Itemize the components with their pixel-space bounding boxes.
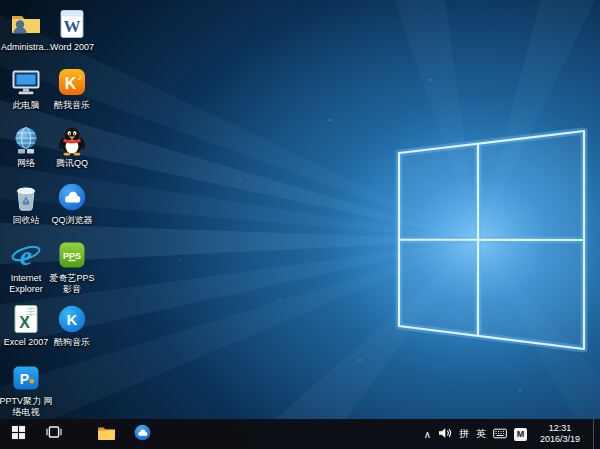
ime-mode-badge[interactable]: M: [514, 419, 527, 449]
word-document-icon: W: [56, 8, 88, 40]
qq-browser-icon: [133, 423, 152, 446]
volume-button[interactable]: [438, 419, 452, 449]
ime-pinyin-indicator[interactable]: 拼: [459, 419, 469, 449]
keyboard-icon: [493, 425, 507, 443]
file-explorer-button[interactable]: [88, 419, 124, 449]
svg-text:♪: ♪: [78, 72, 83, 82]
start-button[interactable]: [0, 419, 36, 449]
desktop-icon-label: Word 2007: [45, 42, 99, 53]
ime-language-indicator[interactable]: 英: [476, 419, 486, 449]
folder-icon: [97, 424, 116, 445]
qq-penguin-icon: [56, 124, 88, 156]
internet-explorer-icon: e: [10, 239, 42, 271]
desktop-icon-label: PPTV聚力 网络电视: [0, 396, 53, 417]
desktop-icon-kugou-music[interactable]: K 酷狗音乐: [45, 303, 99, 348]
kugou-music-icon: K: [56, 303, 88, 335]
network-globe-icon: [10, 124, 42, 156]
svg-text:X: X: [19, 314, 30, 331]
clock-date: 2016/3/19: [540, 434, 580, 445]
svg-text:e: e: [20, 241, 32, 271]
desktop-icon-pptv[interactable]: P PPTV聚力 网络电视: [0, 362, 53, 417]
qq-browser-icon: [56, 181, 88, 213]
system-tray: ∧ 拼 英: [424, 419, 600, 449]
task-view-button[interactable]: [36, 419, 72, 449]
desktop-icon-label: 酷我音乐: [45, 100, 99, 111]
touch-keyboard-button[interactable]: [493, 419, 507, 449]
svg-text:PPS: PPS: [63, 251, 81, 261]
desktop-icon-word-2007[interactable]: W Word 2007: [45, 8, 99, 53]
taskbar-buttons: [0, 419, 160, 449]
svg-text:K: K: [65, 75, 77, 92]
show-desktop-button[interactable]: [593, 419, 598, 449]
taskbar: ∧ 拼 英: [0, 419, 600, 449]
recycle-bin-icon: [10, 181, 42, 213]
desktop-icon-label: 腾讯QQ: [45, 158, 99, 169]
chevron-up-icon: ∧: [424, 429, 431, 440]
svg-text:W: W: [64, 17, 81, 36]
taskbar-gap: [72, 419, 88, 449]
taskbar-clock[interactable]: 12:31 2016/3/19: [534, 423, 586, 445]
pps-icon: PPS: [56, 239, 88, 271]
desktop: Administra... W Word 2007: [0, 0, 600, 419]
excel-document-icon: X: [10, 303, 42, 335]
desktop-icon-qq-browser[interactable]: QQ浏览器: [45, 181, 99, 226]
desktop-icon-label: 酷狗音乐: [45, 337, 99, 348]
show-hidden-icons-chevron[interactable]: ∧: [424, 419, 431, 449]
this-pc-icon: [10, 66, 42, 98]
pptv-icon: P: [10, 362, 42, 394]
svg-text:P: P: [20, 371, 29, 387]
windows-logo-icon: [11, 425, 26, 444]
user-folder-icon: [10, 8, 42, 40]
svg-text:K: K: [67, 311, 78, 328]
clock-time: 12:31: [540, 423, 580, 434]
desktop-icon-pps[interactable]: PPS 爱奇艺PPS 影音: [45, 239, 99, 294]
task-view-icon: [46, 424, 62, 444]
kuwo-music-icon: K ♪: [56, 66, 88, 98]
qq-browser-taskbar-button[interactable]: [124, 419, 160, 449]
windows-desktop-screen: Administra... W Word 2007: [0, 0, 600, 449]
desktop-icon-label: 爱奇艺PPS 影音: [45, 273, 99, 294]
speaker-icon: [438, 425, 452, 443]
desktop-icon-kuwo-music[interactable]: K ♪ 酷我音乐: [45, 66, 99, 111]
desktop-icon-tencent-qq[interactable]: 腾讯QQ: [45, 124, 99, 169]
desktop-icon-label: QQ浏览器: [45, 215, 99, 226]
